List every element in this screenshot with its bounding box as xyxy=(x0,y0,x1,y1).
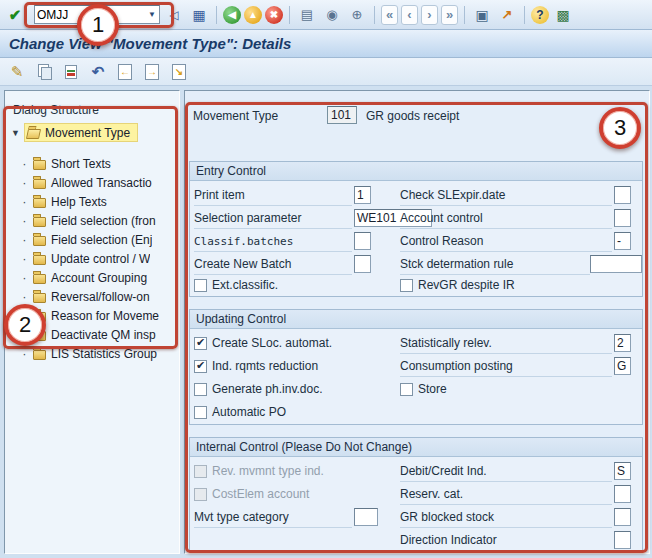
shortcut-icon[interactable]: ↗ xyxy=(496,4,518,26)
toolbar-separator xyxy=(524,6,525,24)
ind-rqmts-reduction-checkbox-row[interactable]: Ind. rqmts reduction xyxy=(194,357,318,375)
field-row: Direction Indicator xyxy=(400,531,612,551)
new-session-icon[interactable]: ▣ xyxy=(471,4,493,26)
enter-icon[interactable]: ✔ xyxy=(4,4,26,26)
internal-control-group: Internal Control (Please Do Not Change) … xyxy=(189,437,643,553)
revgr-despite-ir-checkbox-row[interactable]: RevGR despite IR xyxy=(400,276,515,294)
other-entry-icon[interactable]: ↘ xyxy=(168,61,190,83)
movement-type-field[interactable]: 101 xyxy=(327,106,357,124)
create-sloc-automat-checkbox[interactable] xyxy=(194,337,207,350)
reserv-cat-label: Reserv. cat. xyxy=(400,487,463,501)
tree-item-lis-statistics[interactable]: ·LIS Statistics Group xyxy=(21,344,157,363)
tree-item-label: Help Texts xyxy=(51,195,107,209)
tree-item-field-selection-enjoy[interactable]: ·Field selection (Enj xyxy=(21,230,152,249)
tree-item-update-control[interactable]: ·Update control / W xyxy=(21,249,150,268)
reserv-cat-field[interactable] xyxy=(614,485,631,503)
statistically-relev-field[interactable]: 2 xyxy=(614,334,631,352)
tree-item-help-texts[interactable]: ·Help Texts xyxy=(21,192,107,211)
customize-icon[interactable]: ▩ xyxy=(552,4,574,26)
classif-batches-field[interactable] xyxy=(354,232,371,250)
tree-item-short-texts[interactable]: ·Short Texts xyxy=(21,154,111,173)
find-next-icon[interactable]: ⊕ xyxy=(346,4,368,26)
ind-rqmts-reduction-checkbox[interactable] xyxy=(194,360,207,373)
tree-root-selected[interactable]: Movement Type xyxy=(24,123,138,142)
dialog-structure-header: Dialog Structure xyxy=(13,103,99,117)
other-entry-icon-glyph: ↘ xyxy=(172,64,186,80)
generate-ph-inv-doc-checkbox[interactable] xyxy=(194,383,207,396)
toolbar-separator xyxy=(374,6,375,24)
tree-item-label: Reversal/follow-on xyxy=(51,290,150,304)
back-icon[interactable]: ◀ xyxy=(223,6,241,24)
control-reason-field[interactable]: - xyxy=(614,232,631,250)
last-page-icon[interactable]: » xyxy=(441,5,458,25)
display-change-icon[interactable]: ✎ xyxy=(6,61,28,83)
toolbar-separator xyxy=(464,6,465,24)
gr-blocked-stock-field[interactable] xyxy=(614,508,631,526)
first-page-icon[interactable]: « xyxy=(381,5,398,25)
mvt-type-category-field[interactable] xyxy=(354,508,378,526)
create-new-batch-field[interactable] xyxy=(354,255,371,273)
folder-icon xyxy=(33,293,46,303)
automatic-po-checkbox[interactable] xyxy=(194,406,207,419)
consumption-posting-field[interactable]: G xyxy=(614,357,631,375)
consumption-posting-label: Consumption posting xyxy=(400,359,513,373)
next-entry-icon[interactable]: → xyxy=(141,61,163,83)
updating-control-title: Updating Control xyxy=(190,310,642,329)
help-icon[interactable]: ? xyxy=(531,6,549,24)
tree-item-label: Account Grouping xyxy=(51,271,147,285)
previous-page-icon[interactable]: ‹ xyxy=(401,5,418,25)
delete-icon[interactable] xyxy=(60,61,82,83)
debit-credit-ind-field[interactable]: S xyxy=(614,462,631,480)
callout-3: 3 xyxy=(599,107,641,149)
cancel-icon[interactable]: ✖ xyxy=(265,6,283,24)
undo-icon[interactable]: ↶ xyxy=(87,61,109,83)
tree-node-movement-type[interactable]: ▼ Movement Type xyxy=(11,123,138,142)
content-area: Dialog Structure ▼ Movement Type ·Short … xyxy=(0,86,652,558)
copy-icon[interactable] xyxy=(33,61,55,83)
tree-item-label: Update control / W xyxy=(51,252,150,266)
create-sloc-automat-checkbox-row[interactable]: Create SLoc. automat. xyxy=(194,334,332,352)
tree-item-field-selection-from[interactable]: ·Field selection (fron xyxy=(21,211,156,230)
next-page-icon[interactable]: › xyxy=(421,5,438,25)
tree-item-allowed-transactions[interactable]: ·Allowed Transactio xyxy=(21,173,152,192)
costelem-account-checkbox-row: CostElem account xyxy=(194,485,309,503)
movement-type-label: Movement Type xyxy=(193,109,278,123)
costelem-account-label: CostElem account xyxy=(212,487,309,501)
dropdown-icon[interactable]: ▼ xyxy=(147,10,157,19)
store-checkbox-row[interactable]: Store xyxy=(400,380,447,398)
check-slexpir-date-field[interactable] xyxy=(614,186,631,204)
field-row: Control Reason xyxy=(400,232,612,252)
chevron-down-icon[interactable]: ▼ xyxy=(11,128,21,138)
costelem-account-checkbox xyxy=(194,488,207,501)
exit-icon[interactable]: ▲ xyxy=(244,6,262,24)
open-folder-icon xyxy=(26,129,41,139)
account-control-field[interactable] xyxy=(614,209,631,227)
find-icon[interactable]: ◉ xyxy=(321,4,343,26)
field-row: Mvt type category xyxy=(194,508,352,528)
field-row: Stck determation rule xyxy=(400,255,590,275)
print-icon[interactable]: ▤ xyxy=(296,4,318,26)
automatic-po-checkbox-row[interactable]: Automatic PO xyxy=(194,403,286,421)
updating-control-group: Updating Control Create SLoc. automat. I… xyxy=(189,309,643,425)
stck-determination-rule-field[interactable] xyxy=(590,255,642,273)
tree-item-account-grouping[interactable]: ·Account Grouping xyxy=(21,268,147,287)
entry-control-title: Entry Control xyxy=(190,162,642,181)
field-row: Consumption posting xyxy=(400,357,612,377)
previous-entry-icon[interactable]: ← xyxy=(114,61,136,83)
folder-icon xyxy=(33,160,46,170)
revgr-despite-ir-checkbox[interactable] xyxy=(400,279,413,292)
generate-ph-inv-doc-checkbox-row[interactable]: Generate ph.inv.doc. xyxy=(194,380,323,398)
copy-icon-glyph xyxy=(38,64,51,79)
ext-classific-checkbox[interactable] xyxy=(194,279,207,292)
tree-item-reversal-follow-on[interactable]: ·Reversal/follow-on xyxy=(21,287,150,306)
ext-classific-checkbox-row[interactable]: Ext.classific. xyxy=(194,276,278,294)
generate-ph-inv-doc-label: Generate ph.inv.doc. xyxy=(212,382,323,396)
tree-item-label: Short Texts xyxy=(51,157,111,171)
hide-command-icon[interactable]: ◁ xyxy=(163,4,185,26)
toolbar-separator xyxy=(216,6,217,24)
print-item-field[interactable]: 1 xyxy=(354,186,371,204)
field-row: Check SLExpir.date xyxy=(400,186,612,206)
direction-indicator-field[interactable] xyxy=(614,531,631,549)
store-checkbox[interactable] xyxy=(400,383,413,396)
save-icon[interactable]: ▦ xyxy=(188,4,210,26)
